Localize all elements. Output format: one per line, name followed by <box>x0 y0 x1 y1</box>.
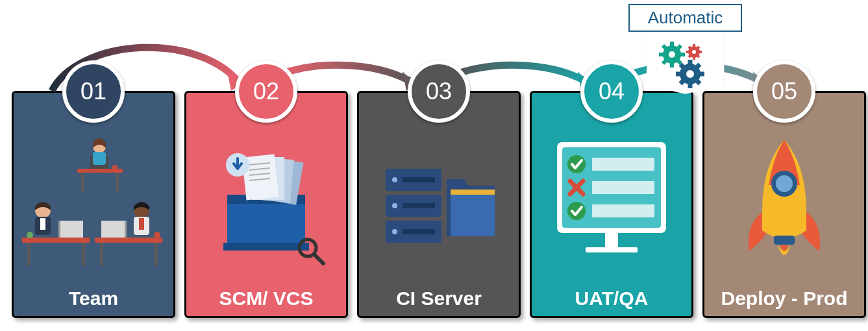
svg-point-64 <box>392 177 397 182</box>
svg-rect-45 <box>139 218 144 230</box>
svg-rect-71 <box>451 190 495 195</box>
stage-team: 01 <box>12 91 175 318</box>
svg-rect-32 <box>60 221 83 238</box>
svg-rect-77 <box>592 158 654 171</box>
svg-rect-75 <box>586 247 638 252</box>
svg-rect-24 <box>116 173 119 192</box>
svg-point-37 <box>27 232 33 238</box>
server-icon <box>359 125 519 277</box>
svg-rect-65 <box>403 177 435 182</box>
stage-scm-vcs: 02 <box>184 91 348 318</box>
stage-uat-qa: 04 <box>530 91 693 318</box>
stage-ci-server: 03 CI Server <box>357 91 521 318</box>
svg-point-9 <box>669 51 675 58</box>
svg-rect-30 <box>27 243 31 266</box>
svg-point-28 <box>112 165 118 170</box>
rocket-icon <box>704 125 864 277</box>
svg-rect-27 <box>93 152 106 165</box>
vcs-icon <box>186 125 346 277</box>
stage-caption: Deploy - Prod <box>704 288 864 310</box>
stage-badge-01: 01 <box>62 60 125 123</box>
stage-badge-03: 03 <box>408 60 470 123</box>
svg-rect-38 <box>95 238 162 243</box>
svg-point-68 <box>392 229 397 234</box>
automatic-gears-icon <box>647 32 725 94</box>
svg-rect-41 <box>101 221 125 238</box>
stage-number: 03 <box>426 78 452 105</box>
svg-point-81 <box>567 202 586 220</box>
svg-rect-29 <box>22 238 90 243</box>
stage-caption: UAT/QA <box>532 288 691 310</box>
svg-rect-39 <box>100 243 103 266</box>
svg-point-46 <box>154 232 160 238</box>
stage-caption: Team <box>14 288 173 310</box>
svg-point-21 <box>686 70 694 78</box>
svg-rect-42 <box>125 221 127 238</box>
svg-line-60 <box>314 254 323 264</box>
arrow-03-04 <box>454 65 591 91</box>
svg-rect-67 <box>403 203 435 208</box>
svg-rect-49 <box>223 243 309 251</box>
automatic-label: Automatic <box>628 4 742 32</box>
arrow-02-03 <box>279 65 415 91</box>
svg-rect-82 <box>592 204 654 217</box>
svg-rect-40 <box>155 243 158 266</box>
svg-rect-36 <box>40 218 45 230</box>
svg-rect-70 <box>451 190 495 236</box>
svg-point-84 <box>776 175 793 192</box>
svg-point-15 <box>692 50 696 54</box>
svg-rect-85 <box>774 236 795 245</box>
svg-rect-69 <box>403 229 435 234</box>
svg-rect-74 <box>605 233 618 247</box>
stage-number: 04 <box>599 78 625 105</box>
svg-point-66 <box>392 203 397 208</box>
stage-number: 05 <box>771 78 797 105</box>
stage-number: 02 <box>253 78 279 105</box>
stage-badge-02: 02 <box>235 60 297 123</box>
svg-rect-23 <box>81 173 84 192</box>
stage-caption: SCM/ VCS <box>186 288 346 310</box>
svg-rect-31 <box>82 243 85 266</box>
svg-point-76 <box>567 155 586 173</box>
svg-rect-80 <box>592 181 654 194</box>
stage-number: 01 <box>81 78 106 105</box>
svg-rect-33 <box>58 221 60 238</box>
stage-badge-05: 05 <box>753 60 815 123</box>
qa-checklist-icon <box>532 125 691 277</box>
stage-deploy-prod: 05 Deploy - Prod <box>702 91 866 318</box>
team-icon <box>14 125 173 277</box>
stage-caption: CI Server <box>359 288 519 310</box>
automatic-tag: Automatic <box>628 4 742 94</box>
